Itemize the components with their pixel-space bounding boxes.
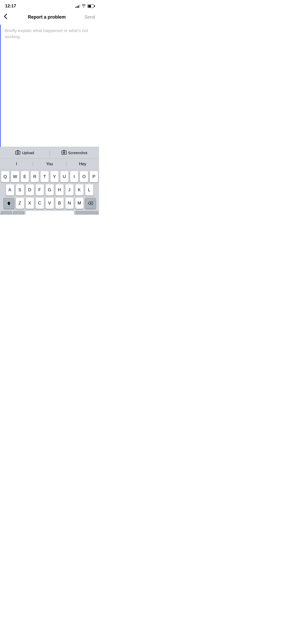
signal-bars-icon (75, 4, 80, 8)
key-U[interactable]: U (60, 171, 69, 182)
media-toolbar: Upload Screenshot (0, 147, 99, 158)
space-key[interactable]: space (25, 211, 74, 215)
status-time: 12:17 (5, 4, 16, 9)
key-L[interactable]: L (85, 184, 93, 196)
wifi-icon (82, 4, 86, 8)
key-A[interactable]: A (6, 184, 14, 196)
autocomplete-item-1[interactable]: You (33, 161, 66, 167)
svg-rect-0 (15, 151, 20, 154)
battery-icon (87, 4, 94, 8)
autocomplete-bar: I You Hey (0, 158, 99, 170)
upload-icon (15, 150, 20, 155)
status-bar: 12:17 (0, 0, 99, 11)
key-V[interactable]: V (45, 198, 54, 209)
key-I[interactable]: I (70, 171, 79, 182)
textarea-placeholder: Briefly explain what happened or what's … (5, 28, 88, 39)
upload-label: Upload (22, 151, 34, 155)
screenshot-button[interactable]: Screenshot (50, 147, 99, 158)
keyboard-row-1: Q W E R T Y U I O P (1, 171, 98, 182)
send-button[interactable]: Send (84, 14, 95, 20)
screenshot-label: Screenshot (68, 151, 87, 155)
key-M[interactable]: M (75, 198, 84, 209)
key-B[interactable]: B (55, 198, 64, 209)
key-T[interactable]: T (40, 171, 49, 182)
key-K[interactable]: K (75, 184, 84, 196)
keyboard-row-3: Z X C V B N M (1, 198, 98, 209)
key-X[interactable]: X (26, 198, 34, 209)
key-S[interactable]: S (16, 184, 24, 196)
upload-button[interactable]: Upload (0, 147, 50, 158)
back-button[interactable] (4, 13, 9, 22)
key-D[interactable]: D (26, 184, 34, 196)
key-Q[interactable]: Q (1, 171, 9, 182)
key-H[interactable]: H (55, 184, 64, 196)
delete-key[interactable] (85, 198, 96, 209)
key-J[interactable]: J (65, 184, 74, 196)
key-R[interactable]: R (30, 171, 39, 182)
key-P[interactable]: P (90, 171, 98, 182)
status-icons (75, 4, 94, 8)
nav-bar: Report a problem Send (0, 11, 99, 25)
problem-description-input[interactable]: Briefly explain what happened or what's … (0, 25, 99, 147)
key-F[interactable]: F (36, 184, 44, 196)
numbers-key[interactable]: 123 (1, 211, 12, 215)
key-Y[interactable]: Y (50, 171, 59, 182)
keyboard: Q W E R T Y U I O P A S D F G H J K L Z … (0, 170, 99, 215)
keyboard-row-4: 123 ☺ space return (1, 211, 98, 215)
shift-key[interactable] (4, 198, 14, 209)
emoji-key[interactable]: ☺ (13, 211, 24, 215)
key-Z[interactable]: Z (16, 198, 24, 209)
key-C[interactable]: C (36, 198, 44, 209)
key-O[interactable]: O (80, 171, 88, 182)
autocomplete-item-2[interactable]: Hey (66, 161, 99, 167)
svg-point-4 (64, 152, 64, 153)
key-N[interactable]: N (65, 198, 74, 209)
page-title: Report a problem (9, 14, 84, 20)
keyboard-row-2: A S D F G H J K L (1, 184, 98, 196)
key-E[interactable]: E (21, 171, 29, 182)
key-G[interactable]: G (45, 184, 54, 196)
screenshot-icon (61, 150, 67, 155)
svg-point-1 (17, 152, 19, 154)
return-key[interactable]: return (76, 211, 98, 215)
key-W[interactable]: W (11, 171, 19, 182)
autocomplete-item-0[interactable]: I (0, 161, 33, 167)
